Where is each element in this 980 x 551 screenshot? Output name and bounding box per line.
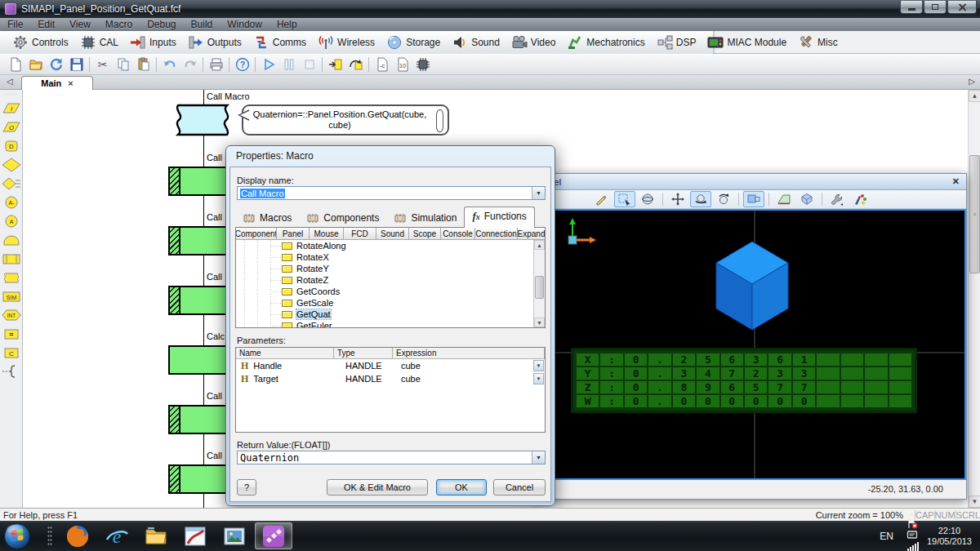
menu-debug[interactable]: Debug	[140, 19, 183, 30]
menu-file[interactable]: File	[0, 19, 30, 30]
function-tab-connection[interactable]: Connection	[475, 228, 518, 239]
function-tree[interactable]: RotateAlongRotateXRotateYRotateZGetCoord…	[236, 240, 533, 327]
param-expression[interactable]: cube	[393, 374, 545, 384]
function-tab-component[interactable]: Component	[236, 228, 277, 239]
tree-item-rotatey[interactable]: RotateY	[236, 263, 533, 274]
function-tab-console[interactable]: Console	[441, 228, 475, 239]
tree-item-getcoords[interactable]: GetCoords	[236, 286, 533, 297]
menu-build[interactable]: Build	[184, 19, 220, 30]
dialog-tab-macros[interactable]: Macros	[235, 210, 299, 227]
help-button[interactable]: ?	[232, 56, 252, 73]
display-name-combobox[interactable]: Call Macro ▼	[237, 186, 546, 200]
return-value-combobox[interactable]: Quaternion ▼	[237, 451, 546, 464]
restore-button[interactable]	[924, 1, 947, 14]
function-tab-fcd[interactable]: FCD	[344, 228, 376, 239]
component-button-dsp[interactable]: DSP	[651, 33, 702, 52]
panel-3d-viewport[interactable]: X:0.256361Y:0.347233Z:0.896577W:0.000000	[532, 209, 966, 480]
compile-c-button[interactable]: -c	[372, 56, 392, 73]
open-button[interactable]	[25, 56, 46, 73]
cancel-button[interactable]: Cancel	[493, 479, 546, 495]
component-button-wireless[interactable]: Wireless	[312, 33, 381, 52]
blue-cube-object[interactable]	[713, 240, 791, 331]
tab-close-icon[interactable]: ×	[68, 78, 73, 88]
panel-tool-rotate-free-button[interactable]	[713, 191, 734, 207]
ok-edit-macro-button[interactable]: OK & Edit Macro	[327, 479, 428, 495]
ok-button[interactable]: OK	[436, 479, 487, 495]
scroll-down-icon[interactable]: ▼	[969, 495, 980, 508]
scrollbar-thumb[interactable]	[535, 276, 544, 299]
tree-item-geteuler[interactable]: GetEuler	[236, 320, 533, 327]
tree-item-rotatez[interactable]: RotateZ	[236, 274, 533, 286]
panel-tool-wrench-button[interactable]	[826, 191, 848, 207]
tree-item-rotatex[interactable]: RotateX	[236, 251, 533, 263]
canvas-vertical-scrollbar[interactable]: ▲ ≡ ▼	[968, 90, 980, 508]
stop-button[interactable]	[299, 56, 319, 73]
action-center-icon[interactable]	[906, 518, 920, 529]
shape-c-code-button[interactable]: C	[2, 344, 21, 361]
tab-scroll-right-icon[interactable]: ▷	[969, 77, 975, 86]
taskbar-app-photo-viewer[interactable]	[216, 522, 253, 549]
shape-component-macro-button[interactable]	[2, 250, 21, 267]
start-button[interactable]	[3, 522, 31, 551]
tab-main[interactable]: Main ×	[21, 76, 93, 90]
shape-input-button[interactable]: I	[2, 100, 21, 117]
tree-item-getquat[interactable]: GetQuat	[236, 309, 533, 320]
print-button[interactable]	[206, 56, 226, 73]
copy-button[interactable]	[113, 56, 133, 73]
pause-button[interactable]	[278, 56, 299, 73]
redo-button[interactable]	[180, 56, 200, 73]
new-button[interactable]	[5, 56, 25, 73]
compile-hex-button[interactable]: 10	[392, 56, 412, 73]
menu-help[interactable]: Help	[270, 19, 305, 30]
paste-button[interactable]	[133, 56, 154, 73]
function-tab-scope[interactable]: Scope	[409, 228, 441, 239]
component-button-misc[interactable]: Misc	[792, 33, 844, 52]
dialog-titlebar[interactable]: Properties: Macro	[226, 146, 555, 166]
panel-tool-move-button[interactable]	[667, 191, 688, 207]
panel-tool-view-button[interactable]	[743, 191, 764, 207]
shape-comment-button[interactable]	[2, 362, 21, 380]
scrollbar-thumb[interactable]: ≡	[969, 155, 980, 273]
panel-tool-pens-button[interactable]	[849, 191, 871, 207]
tab-scroll-left-icon[interactable]: ◁	[7, 77, 13, 86]
component-button-comms[interactable]: Comms	[247, 33, 312, 52]
panel-tool-orbit-button[interactable]	[637, 191, 658, 207]
cut-button[interactable]: ✂	[92, 56, 113, 73]
menu-window[interactable]: Window	[220, 19, 270, 30]
taskbar-app-paint[interactable]	[176, 522, 214, 549]
shape-call-macro-button[interactable]	[2, 269, 21, 286]
program-chip-button[interactable]	[412, 56, 433, 73]
component-button-miac-module[interactable]: MIAC Module	[702, 33, 792, 52]
shape-interrupt-button[interactable]: INT	[2, 306, 21, 323]
taskbar-app-internet-explorer[interactable]: e	[98, 522, 136, 549]
shape-calculation-button[interactable]: =	[2, 325, 21, 342]
menu-view[interactable]: View	[62, 19, 98, 30]
component-button-sound[interactable]: Sound	[446, 33, 506, 52]
taskbar-app-firefox[interactable]	[59, 522, 96, 549]
function-tab-mouse[interactable]: Mouse	[310, 228, 344, 239]
tree-item-rotatealong[interactable]: RotateAlong	[236, 240, 533, 251]
minimize-button[interactable]	[900, 1, 923, 14]
step-over-button[interactable]	[345, 56, 366, 73]
scroll-up-icon[interactable]: ▲	[534, 240, 545, 250]
shape-simulation-button[interactable]: SIM	[2, 287, 21, 304]
taskbar-app-windows-explorer[interactable]	[137, 522, 175, 549]
function-tab-expand[interactable]: Expand	[518, 228, 545, 239]
shape-connection-button[interactable]: A-	[2, 193, 21, 211]
run-button[interactable]	[258, 56, 278, 73]
shape-output-button[interactable]: O	[2, 118, 21, 136]
hidden-icons-icon[interactable]	[906, 509, 920, 518]
updates-icon[interactable]	[906, 529, 920, 540]
reload-button[interactable]	[46, 56, 66, 73]
help-button[interactable]: ?	[237, 479, 256, 495]
scroll-up-icon[interactable]: ▲	[969, 90, 980, 102]
chevron-down-icon[interactable]: ▼	[533, 360, 544, 371]
panel-titlebar[interactable]: Panel ✕	[532, 174, 966, 190]
language-indicator[interactable]: EN	[880, 531, 893, 542]
scroll-down-icon[interactable]: ▼	[534, 318, 545, 327]
parameter-row[interactable]: HHandleHANDLEcube▼	[236, 359, 545, 372]
component-button-inputs[interactable]: Inputs	[124, 33, 182, 52]
shape-decision-button[interactable]	[2, 156, 21, 173]
taskbar-clock[interactable]: 22:10 19/05/2013	[927, 526, 978, 547]
call-macro-block[interactable]	[167, 103, 238, 137]
